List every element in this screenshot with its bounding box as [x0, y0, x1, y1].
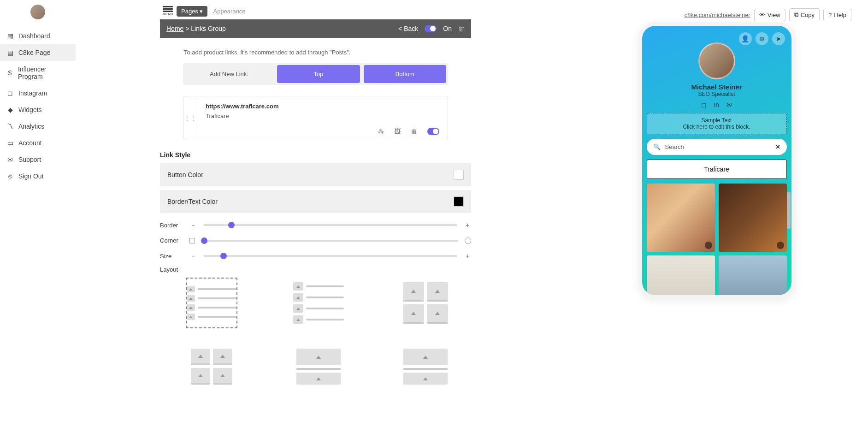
profile-icon[interactable]: 👤: [739, 32, 752, 45]
border-minus[interactable]: −: [189, 221, 197, 229]
help-button[interactable]: ?Help: [823, 9, 851, 21]
main: MENU Pages ▾ Appearance Home > Links Gro…: [76, 0, 868, 439]
nav-analytics[interactable]: 〽 Analytics: [0, 118, 76, 135]
image-icon[interactable]: 🖼: [394, 128, 401, 135]
sample-line2: Click here to edit this block.: [651, 124, 783, 130]
border-text-color-swatch[interactable]: [454, 196, 464, 207]
nav-label: Account: [18, 139, 42, 147]
layout-option-list[interactable]: [186, 278, 237, 328]
button-color-row: Button Color: [160, 163, 471, 186]
preview-scrollbar[interactable]: [787, 192, 791, 229]
sample-line1: Sample Text: [651, 117, 783, 124]
email-social-icon[interactable]: ✉: [726, 101, 732, 108]
on-label: On: [443, 25, 452, 32]
corner-slider-row: Corner: [160, 237, 471, 244]
link-title[interactable]: Traficare: [206, 113, 439, 119]
translate-icon[interactable]: ⁂: [378, 128, 384, 135]
layout-option-single-wide[interactable]: [400, 341, 451, 392]
nav-influencer-program[interactable]: $ Influencer Program: [0, 61, 76, 85]
menu-button[interactable]: MENU: [160, 5, 176, 18]
traficare-link-button[interactable]: Traficare: [647, 160, 787, 179]
eye-icon: 👁: [759, 12, 765, 18]
layout-grid: [160, 278, 471, 392]
tip-text: To add product links, it's recommended t…: [160, 47, 471, 63]
link-style-heading: Link Style: [160, 151, 471, 159]
layout-option-grid-2x2[interactable]: [400, 278, 451, 328]
button-color-label: Button Color: [167, 171, 203, 178]
nav-support[interactable]: ✉ Support: [0, 151, 76, 168]
nav-label: C8ke Page: [18, 49, 50, 56]
link-body: https://www.traficare.com Traficare ⁂ 🖼 …: [197, 96, 448, 140]
nav-label: Dashboard: [18, 32, 50, 40]
add-bottom-button[interactable]: Bottom: [364, 65, 447, 83]
search-input[interactable]: 🔍 Search ✕: [647, 139, 787, 155]
link-url[interactable]: https://www.traficare.com: [206, 103, 439, 110]
corner-square-icon[interactable]: [189, 238, 195, 243]
view-label: View: [768, 12, 780, 18]
delete-group-icon[interactable]: 🗑: [458, 25, 465, 32]
avatar-wrap: [0, 2, 76, 28]
search-placeholder: Search: [665, 143, 684, 150]
copy-button[interactable]: ⧉Copy: [789, 8, 820, 21]
drag-handle[interactable]: ⋮⋮: [183, 96, 197, 140]
nav-label: Support: [18, 156, 41, 163]
signout-icon: ⎋: [6, 172, 14, 180]
copy-label: Copy: [801, 12, 815, 18]
border-text-color-row: Border/Text Color: [160, 190, 471, 213]
button-color-swatch[interactable]: [454, 170, 464, 180]
user-avatar[interactable]: [30, 5, 45, 19]
size-slider[interactable]: [203, 255, 457, 257]
border-text-color-label: Border/Text Color: [167, 198, 218, 205]
dashboard-icon: ▦: [6, 32, 14, 40]
add-icon[interactable]: ⊕: [756, 32, 768, 45]
link-enabled-toggle[interactable]: [427, 128, 439, 135]
instagram-icon: ◻: [6, 89, 14, 97]
group-enabled-toggle[interactable]: [425, 25, 437, 32]
post-thumbnail[interactable]: [647, 184, 715, 252]
post-thumbnail[interactable]: [719, 255, 787, 295]
profile-name: Michael Steiner: [642, 83, 791, 91]
layout-option-grid-2x2-small[interactable]: [186, 341, 237, 392]
linkedin-social-icon[interactable]: in: [714, 101, 719, 108]
share-icon[interactable]: ➤: [772, 32, 785, 45]
nav-widgets[interactable]: ◆ Widgets: [0, 101, 76, 118]
size-minus[interactable]: −: [189, 252, 197, 260]
nav-dashboard[interactable]: ▦ Dashboard: [0, 28, 76, 44]
link-badge-icon: [705, 242, 712, 249]
instagram-social-icon[interactable]: ◻: [701, 101, 707, 108]
link-badge-icon: [777, 242, 784, 249]
layout-option-single-large[interactable]: [293, 341, 344, 392]
breadcrumb-home[interactable]: Home: [166, 25, 183, 32]
layout-option-list-thumb[interactable]: [293, 278, 344, 328]
size-plus[interactable]: +: [464, 252, 471, 260]
clear-search-icon[interactable]: ✕: [775, 143, 780, 150]
diamond-icon: ◆: [6, 106, 14, 113]
mail-icon: ✉: [6, 156, 14, 163]
nav-account[interactable]: ▭ Account: [0, 135, 76, 151]
tab-appearance[interactable]: Appearance: [208, 6, 250, 17]
help-icon: ?: [828, 12, 832, 18]
nav-c8ke-page[interactable]: ▤ C8ke Page: [0, 44, 76, 61]
post-grid: [642, 184, 791, 295]
trash-icon[interactable]: 🗑: [411, 128, 417, 135]
sample-text-block[interactable]: Sample Text Click here to edit this bloc…: [647, 113, 787, 134]
analytics-icon: 〽: [6, 123, 14, 130]
phone-inner: 👤 ⊕ ➤ Michael Steiner SEO Specialist ◻ i…: [642, 26, 791, 295]
corner-slider[interactable]: [201, 240, 458, 242]
corner-label: Corner: [160, 237, 183, 244]
preview-header: c8ke.com/michaelsteiner 👁View ⧉Copy ?Hel…: [685, 8, 851, 21]
corner-round-icon[interactable]: [465, 237, 471, 244]
post-thumbnail[interactable]: [647, 255, 715, 295]
border-plus[interactable]: +: [464, 221, 471, 229]
add-top-button[interactable]: Top: [277, 65, 360, 83]
post-thumbnail[interactable]: [719, 184, 787, 252]
nav-instagram[interactable]: ◻ Instagram: [0, 85, 76, 101]
tab-pages[interactable]: Pages ▾: [177, 6, 207, 17]
add-new-link-label: Add New Link:: [183, 64, 275, 84]
nav-sign-out[interactable]: ⎋ Sign Out: [0, 168, 76, 184]
profile-picture[interactable]: [698, 42, 735, 79]
border-slider[interactable]: [203, 224, 457, 226]
view-button[interactable]: 👁View: [754, 9, 785, 21]
preview-url[interactable]: c8ke.com/michaelsteiner: [685, 12, 750, 18]
back-link[interactable]: < Back: [398, 25, 418, 32]
